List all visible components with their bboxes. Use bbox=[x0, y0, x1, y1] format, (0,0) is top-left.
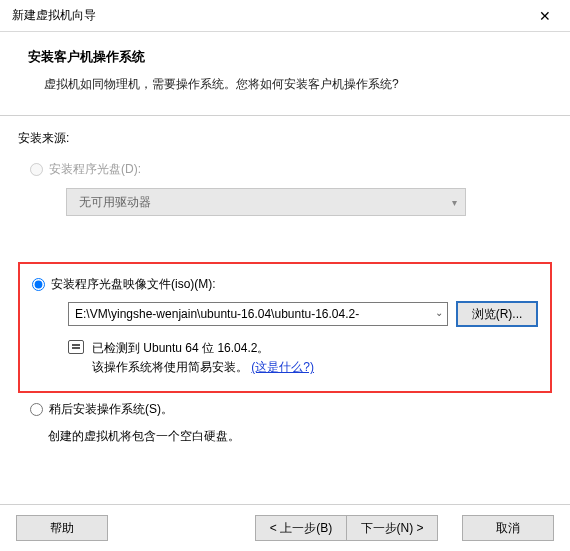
page-title: 安装客户机操作系统 bbox=[28, 48, 542, 66]
install-source-label: 安装来源: bbox=[18, 130, 552, 147]
info-icon bbox=[68, 340, 84, 354]
radio-later-input[interactable] bbox=[30, 403, 43, 416]
window-title: 新建虚拟机向导 bbox=[12, 7, 96, 24]
radio-iso[interactable]: 安装程序光盘映像文件(iso)(M): bbox=[20, 276, 540, 293]
next-button[interactable]: 下一步(N) > bbox=[346, 515, 438, 541]
whats-this-link[interactable]: (这是什么?) bbox=[251, 360, 314, 374]
install-later-note: 创建的虚拟机将包含一个空白硬盘。 bbox=[48, 428, 552, 445]
drive-dropdown-text: 无可用驱动器 bbox=[79, 194, 151, 211]
detection-message: 已检测到 Ubuntu 64 位 16.04.2。 该操作系统将使用简易安装。 … bbox=[68, 339, 540, 377]
close-icon[interactable]: ✕ bbox=[530, 4, 560, 28]
radio-install-later[interactable]: 稍后安装操作系统(S)。 bbox=[18, 401, 552, 418]
radio-disc-label: 安装程序光盘(D): bbox=[49, 161, 141, 178]
footer: 帮助 < 上一步(B) 下一步(N) > 取消 bbox=[0, 504, 570, 551]
radio-iso-input[interactable] bbox=[32, 278, 45, 291]
radio-later-label: 稍后安装操作系统(S)。 bbox=[49, 401, 173, 418]
wizard-header: 安装客户机操作系统 虚拟机如同物理机，需要操作系统。您将如何安装客户机操作系统? bbox=[0, 32, 570, 105]
browse-button[interactable]: 浏览(R)... bbox=[456, 301, 538, 327]
easy-install-text: 该操作系统将使用简易安装。 bbox=[92, 360, 248, 374]
chevron-down-icon: ▾ bbox=[452, 197, 457, 208]
page-subtitle: 虚拟机如同物理机，需要操作系统。您将如何安装客户机操作系统? bbox=[28, 76, 542, 93]
detected-os-text: 已检测到 Ubuntu 64 位 16.04.2。 bbox=[92, 339, 314, 358]
radio-disc-input bbox=[30, 163, 43, 176]
drive-dropdown: 无可用驱动器 ▾ bbox=[66, 188, 466, 216]
radio-installer-disc: 安装程序光盘(D): bbox=[18, 161, 552, 178]
titlebar: 新建虚拟机向导 ✕ bbox=[0, 0, 570, 32]
content-area: 安装来源: 安装程序光盘(D): 无可用驱动器 ▾ 安装程序光盘映像文件(iso… bbox=[0, 116, 570, 459]
iso-option-highlight: 安装程序光盘映像文件(iso)(M): ⌄ 浏览(R)... 已检测到 Ubun… bbox=[18, 262, 552, 393]
help-button[interactable]: 帮助 bbox=[16, 515, 108, 541]
back-button[interactable]: < 上一步(B) bbox=[255, 515, 347, 541]
iso-path-input[interactable] bbox=[68, 302, 448, 326]
radio-iso-label: 安装程序光盘映像文件(iso)(M): bbox=[51, 276, 216, 293]
cancel-button[interactable]: 取消 bbox=[462, 515, 554, 541]
